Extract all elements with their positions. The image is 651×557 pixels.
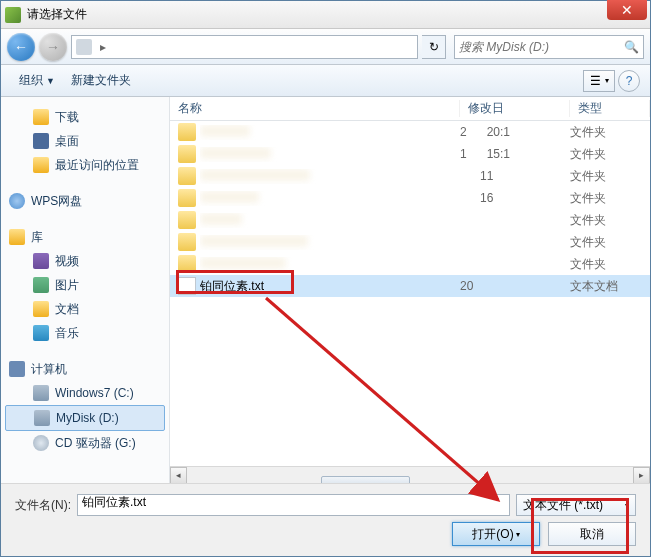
window-title: 请选择文件 bbox=[27, 6, 646, 23]
newfolder-button[interactable]: 新建文件夹 bbox=[63, 68, 139, 93]
app-icon bbox=[5, 7, 21, 23]
scroll-left-button[interactable]: ◂ bbox=[170, 467, 187, 484]
breadcrumb-separator: ▸ bbox=[100, 40, 106, 54]
desktop-icon bbox=[33, 133, 49, 149]
column-date[interactable]: 修改日 bbox=[460, 100, 570, 117]
filename-label: 文件名(N): bbox=[15, 497, 71, 514]
titlebar: 请选择文件 ✕ bbox=[1, 1, 650, 29]
footer: 文件名(N): 文本文件 (*.txt)▾ 打开(O)▾ 取消 bbox=[1, 483, 650, 556]
file-row[interactable]: 文件夹 bbox=[170, 209, 650, 231]
sidebar-item-video[interactable]: 视频 bbox=[1, 249, 169, 273]
drive-icon bbox=[76, 39, 92, 55]
disk-icon bbox=[33, 385, 49, 401]
library-icon bbox=[9, 229, 25, 245]
sidebar-item-music[interactable]: 音乐 bbox=[1, 321, 169, 345]
file-row[interactable]: 11文件夹 bbox=[170, 165, 650, 187]
column-type[interactable]: 类型 bbox=[570, 100, 650, 117]
sidebar: 下载 桌面 最近访问的位置 WPS网盘 库 视频 图片 文档 音乐 计算机 Wi… bbox=[1, 97, 170, 483]
scroll-thumb[interactable] bbox=[321, 476, 410, 483]
computer-icon bbox=[9, 361, 25, 377]
sidebar-item-desktop[interactable]: 桌面 bbox=[1, 129, 169, 153]
open-button[interactable]: 打开(O)▾ bbox=[452, 522, 540, 546]
sidebar-item-downloads[interactable]: 下载 bbox=[1, 105, 169, 129]
refresh-button[interactable]: ↻ bbox=[422, 35, 446, 59]
horizontal-scrollbar[interactable]: ◂ ▸ bbox=[170, 466, 650, 483]
filter-dropdown[interactable]: 文本文件 (*.txt)▾ bbox=[516, 494, 636, 516]
folder-icon bbox=[178, 255, 196, 273]
file-list: 220:1文件夹115:1文件夹11文件夹16文件夹文件夹文件夹文件夹铂同位素.… bbox=[170, 121, 650, 466]
sidebar-item-cddrive[interactable]: CD 驱动器 (G:) bbox=[1, 431, 169, 455]
recent-icon bbox=[33, 157, 49, 173]
file-row[interactable]: 115:1文件夹 bbox=[170, 143, 650, 165]
disk-icon bbox=[34, 410, 50, 426]
sidebar-item-windows7[interactable]: Windows7 (C:) bbox=[1, 381, 169, 405]
folder-icon bbox=[178, 167, 196, 185]
forward-button[interactable]: → bbox=[39, 33, 67, 61]
back-button[interactable]: ← bbox=[7, 33, 35, 61]
music-icon bbox=[33, 325, 49, 341]
search-icon: 🔍 bbox=[624, 40, 639, 54]
breadcrumb[interactable]: ▸ bbox=[71, 35, 418, 59]
file-area: 名称 修改日 类型 220:1文件夹115:1文件夹11文件夹16文件夹文件夹文… bbox=[170, 97, 650, 483]
folder-icon bbox=[178, 145, 196, 163]
search-input[interactable] bbox=[459, 40, 624, 54]
organize-button[interactable]: 组织▼ bbox=[11, 68, 63, 93]
nav-bar: ← → ▸ ↻ 🔍 bbox=[1, 29, 650, 65]
help-button[interactable]: ? bbox=[618, 70, 640, 92]
sidebar-item-computer[interactable]: 计算机 bbox=[1, 357, 169, 381]
file-row[interactable]: 16文件夹 bbox=[170, 187, 650, 209]
txt-icon bbox=[178, 277, 196, 295]
folder-icon bbox=[178, 123, 196, 141]
video-icon bbox=[33, 253, 49, 269]
file-row-selected[interactable]: 铂同位素.txt20文本文档 bbox=[170, 275, 650, 297]
search-box[interactable]: 🔍 bbox=[454, 35, 644, 59]
file-row[interactable]: 文件夹 bbox=[170, 231, 650, 253]
sidebar-item-wps[interactable]: WPS网盘 bbox=[1, 189, 169, 213]
toolbar: 组织▼ 新建文件夹 ☰▾ ? bbox=[1, 65, 650, 97]
filename-input[interactable] bbox=[82, 496, 505, 510]
download-icon bbox=[33, 109, 49, 125]
file-row[interactable]: 文件夹 bbox=[170, 253, 650, 275]
folder-icon bbox=[178, 211, 196, 229]
view-mode-button[interactable]: ☰▾ bbox=[583, 70, 615, 92]
column-header: 名称 修改日 类型 bbox=[170, 97, 650, 121]
sidebar-item-pictures[interactable]: 图片 bbox=[1, 273, 169, 297]
sidebar-item-mydisk[interactable]: MyDisk (D:) bbox=[5, 405, 165, 431]
sidebar-item-documents[interactable]: 文档 bbox=[1, 297, 169, 321]
scroll-right-button[interactable]: ▸ bbox=[633, 467, 650, 484]
sidebar-item-library[interactable]: 库 bbox=[1, 225, 169, 249]
folder-icon bbox=[178, 189, 196, 207]
cd-icon bbox=[33, 435, 49, 451]
close-button[interactable]: ✕ bbox=[607, 0, 647, 20]
cloud-icon bbox=[9, 193, 25, 209]
pictures-icon bbox=[33, 277, 49, 293]
cancel-button[interactable]: 取消 bbox=[548, 522, 636, 546]
documents-icon bbox=[33, 301, 49, 317]
folder-icon bbox=[178, 233, 196, 251]
filename-input-wrap bbox=[77, 494, 510, 516]
file-row[interactable]: 220:1文件夹 bbox=[170, 121, 650, 143]
column-name[interactable]: 名称 bbox=[170, 100, 460, 117]
sidebar-item-recent[interactable]: 最近访问的位置 bbox=[1, 153, 169, 177]
